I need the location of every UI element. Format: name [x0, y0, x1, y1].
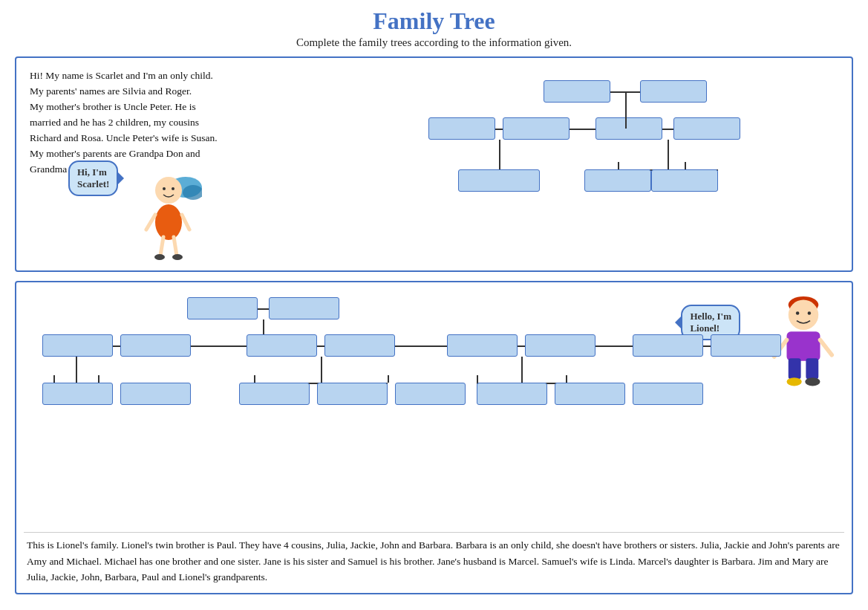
scarlet-character: [143, 166, 202, 256]
lionel-story: This is Lionel's family. Lionel's twin b…: [24, 532, 844, 585]
line-gp-to-l2: [625, 103, 627, 129]
box-parent1a: [42, 334, 113, 357]
box-lily: [640, 80, 707, 103]
box-mary: [269, 297, 339, 319]
top-left-panel: Hi! My name is Scarlet and I'm an only c…: [24, 65, 336, 263]
line-pair1-drop: [76, 357, 77, 383]
line-p1: [113, 345, 120, 347]
line-sr: [495, 129, 503, 130]
box-julia: [239, 383, 310, 405]
box-john: [395, 383, 466, 405]
box-extra4: [633, 383, 703, 405]
box-michael: [324, 334, 395, 357]
box-jane-couple-b: [525, 334, 595, 357]
line-sr-drop: [499, 140, 500, 169]
svg-point-13: [789, 300, 819, 331]
box-jackie: [317, 383, 388, 405]
svg-point-22: [805, 377, 820, 386]
svg-rect-16: [787, 331, 820, 360]
line-ps: [662, 129, 673, 130]
svg-point-15: [808, 311, 812, 315]
subtitle: Complete the family trees according to t…: [15, 36, 853, 49]
box-amy: [247, 334, 317, 357]
svg-point-11: [172, 254, 183, 260]
box-rosa: [651, 169, 718, 192]
line-jim-mary: [258, 308, 269, 310]
line-pair3-drop: [521, 357, 523, 383]
line-p2: [317, 345, 324, 347]
vd-paul: [53, 375, 55, 383]
top-section: Hi! My name is Scarlet and I'm an only c…: [15, 56, 853, 272]
vd-barb: [477, 375, 478, 383]
box-peter: [595, 117, 662, 140]
line-ps-drop: [668, 140, 669, 169]
box-roger: [503, 117, 570, 140]
svg-point-5: [155, 204, 182, 240]
line-drop-rosa: [685, 162, 686, 169]
line-drop-richard: [618, 162, 619, 169]
svg-point-10: [154, 254, 165, 260]
box-jim: [187, 297, 258, 319]
vd-lionel: [98, 375, 99, 383]
box-silvia: [428, 117, 495, 140]
svg-line-20: [820, 340, 832, 355]
svg-line-6: [146, 215, 155, 230]
box-lionel-tree: [120, 383, 191, 405]
vd-john: [388, 375, 389, 383]
top-tree-area: [343, 65, 844, 263]
box-richard: [584, 169, 651, 192]
svg-line-8: [160, 237, 163, 256]
line-sl-connect: [595, 345, 633, 347]
svg-rect-17: [789, 358, 801, 379]
svg-line-9: [174, 237, 177, 256]
line-pair2-drop: [321, 357, 322, 383]
line-p3: [518, 345, 525, 347]
page-title: Family Tree: [15, 7, 853, 35]
box-samuel: [633, 334, 703, 357]
box-parent1b: [120, 334, 191, 357]
box-linda: [711, 334, 781, 357]
scarlet-bubble: Hi, I'm Scarlet!: [68, 160, 118, 196]
box-jane-couple-a: [447, 334, 518, 357]
bottom-tree-area: Hello, I'm Lionel!: [24, 290, 844, 528]
svg-point-21: [787, 377, 802, 386]
box-scarlet: [458, 169, 540, 192]
vd-extra: [566, 375, 567, 383]
svg-point-3: [163, 187, 166, 190]
box-extra3: [555, 383, 625, 405]
bottom-section: Hello, I'm Lionel!: [15, 281, 853, 594]
box-susan: [673, 117, 740, 140]
svg-line-7: [182, 215, 189, 230]
svg-point-14: [796, 311, 800, 315]
vd-julia: [254, 375, 255, 383]
svg-rect-18: [806, 358, 818, 379]
line-sl: [703, 345, 711, 347]
svg-point-2: [155, 177, 182, 204]
box-barbara: [477, 383, 547, 405]
box-don: [544, 80, 610, 103]
svg-point-4: [172, 187, 174, 190]
box-paul: [42, 383, 113, 405]
